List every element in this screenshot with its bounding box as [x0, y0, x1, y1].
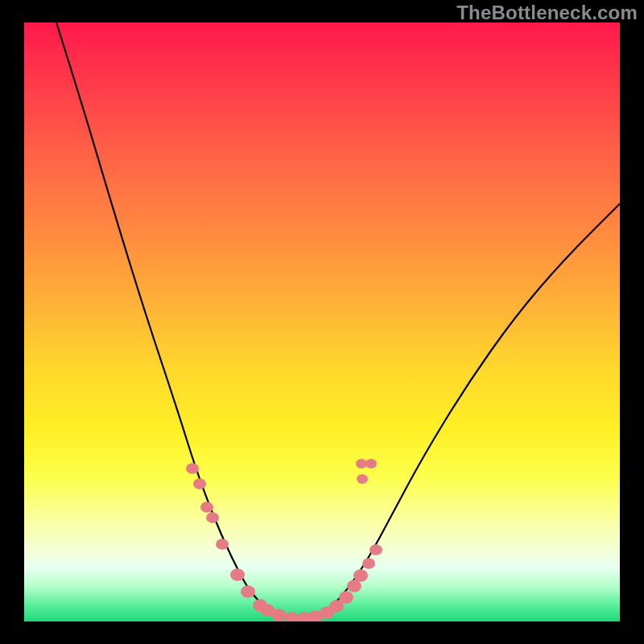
data-dot — [206, 512, 219, 523]
data-dot — [186, 463, 199, 474]
data-dot — [356, 459, 367, 469]
data-dot — [241, 585, 255, 597]
data-dot — [339, 591, 353, 603]
chart-svg — [24, 23, 620, 621]
data-dot — [357, 474, 368, 484]
chart-frame — [24, 23, 620, 621]
data-dots — [186, 459, 382, 621]
data-dot — [271, 609, 286, 621]
bottleneck-curve — [56, 23, 620, 620]
watermark-text: TheBottleneck.com — [456, 2, 638, 24]
data-dot — [216, 539, 229, 550]
data-dot — [284, 612, 299, 621]
data-dot — [193, 478, 206, 489]
data-dot — [230, 568, 245, 580]
data-dot — [369, 544, 382, 555]
data-dot — [200, 502, 213, 513]
data-dot — [353, 569, 368, 581]
data-dot — [365, 459, 377, 469]
data-dot — [347, 580, 361, 592]
data-dot — [362, 558, 375, 569]
